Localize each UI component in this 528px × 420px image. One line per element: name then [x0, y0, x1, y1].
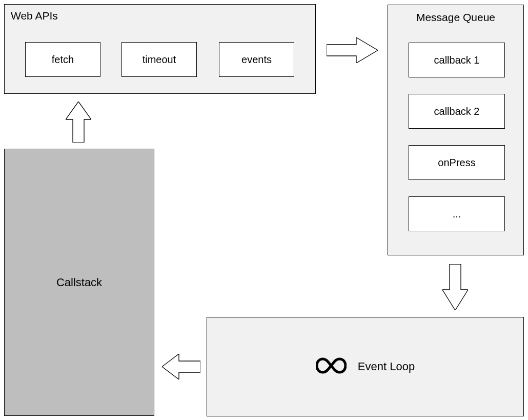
- api-item-label: events: [241, 54, 272, 66]
- api-item-timeout: timeout: [121, 42, 197, 77]
- web-apis-title: Web APIs: [11, 10, 58, 22]
- queue-item: callback 1: [409, 43, 505, 77]
- api-item-fetch: fetch: [25, 42, 100, 77]
- message-queue-title: Message Queue: [416, 11, 495, 24]
- queue-item: onPress: [409, 145, 505, 180]
- queue-item-label: callback 1: [434, 54, 480, 66]
- api-item-label: timeout: [143, 54, 176, 66]
- arrow-down-icon: [442, 264, 468, 312]
- queue-item: ...: [409, 196, 505, 231]
- infinity-icon: [316, 356, 347, 377]
- api-item-events: events: [219, 42, 294, 77]
- callstack-box: Callstack: [4, 149, 154, 416]
- message-queue-box: Message Queue callback 1 callback 2 onPr…: [388, 5, 524, 255]
- queue-item: callback 2: [409, 94, 505, 129]
- callstack-title: Callstack: [56, 276, 102, 289]
- event-loop-title: Event Loop: [358, 360, 415, 373]
- arrow-up-icon: [66, 102, 91, 145]
- web-apis-box: Web APIs fetch timeout events: [4, 4, 316, 94]
- api-item-label: fetch: [52, 54, 74, 66]
- queue-item-label: onPress: [438, 157, 475, 169]
- event-loop-box: Event Loop: [207, 317, 524, 416]
- queue-item-label: callback 2: [434, 106, 480, 117]
- arrow-right-icon: [327, 37, 378, 65]
- arrow-left-icon: [162, 354, 200, 382]
- queue-item-label: ...: [453, 208, 461, 220]
